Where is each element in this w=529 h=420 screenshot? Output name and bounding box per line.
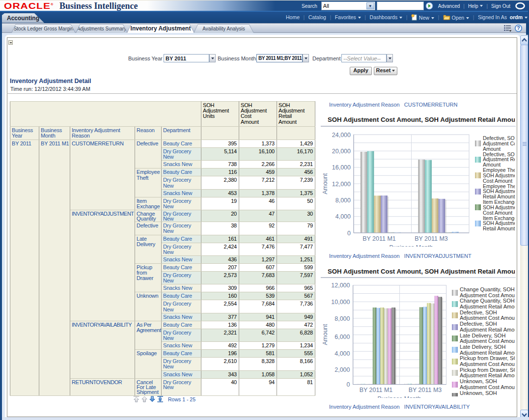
svg-text:8,000: 8,000 <box>334 315 350 322</box>
svg-text:2,000: 2,000 <box>334 366 350 373</box>
svg-text:Business Month: Business Month <box>378 395 421 398</box>
svg-text:BY 2011 M3: BY 2011 M3 <box>409 387 442 393</box>
svg-text:12,000: 12,000 <box>332 181 351 188</box>
svg-text:12,000: 12,000 <box>331 282 350 289</box>
svg-text:4,000: 4,000 <box>335 213 351 220</box>
svg-text:16,000: 16,000 <box>332 164 351 171</box>
svg-text:BY 2011 M3: BY 2011 M3 <box>415 235 448 242</box>
svg-text:0: 0 <box>347 230 351 237</box>
svg-text:6,000: 6,000 <box>334 334 350 340</box>
svg-text:20,000: 20,000 <box>332 148 351 155</box>
svg-text:24,000: 24,000 <box>332 132 351 139</box>
svg-text:BY 2011 M1: BY 2011 M1 <box>360 387 393 393</box>
svg-text:BY 2011 M1: BY 2011 M1 <box>362 235 396 242</box>
svg-text:?: ? <box>517 25 520 31</box>
svg-text:Amount: Amount <box>322 324 329 345</box>
svg-text:4,000: 4,000 <box>334 350 350 357</box>
svg-text:Business Month: Business Month <box>390 244 433 247</box>
svg-text:10,000: 10,000 <box>331 299 350 306</box>
svg-text:8,000: 8,000 <box>335 197 351 204</box>
svg-text:Amount: Amount <box>322 173 329 195</box>
svg-text:0: 0 <box>347 381 350 388</box>
